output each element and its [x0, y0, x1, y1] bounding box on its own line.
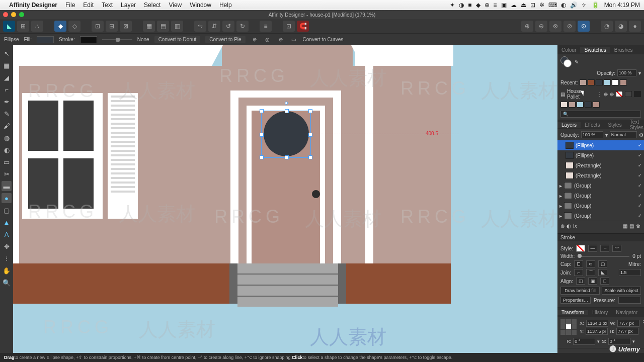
none-swatch[interactable]: [616, 91, 623, 97]
hide-selection-icon[interactable]: ▭: [290, 36, 298, 44]
cap-round-icon[interactable]: ⊂: [586, 260, 595, 267]
text-tool-icon[interactable]: A: [2, 229, 12, 239]
layer-row[interactable]: ▸(Group)✓: [557, 191, 644, 201]
align-center-icon[interactable]: ◫: [576, 278, 585, 285]
tab-swatches[interactable]: Swatches: [580, 47, 610, 53]
align-button[interactable]: ≡: [260, 21, 272, 32]
rotate-ccw-icon[interactable]: ↺: [222, 21, 234, 32]
colour-picker-icon[interactable]: ⁝: [2, 253, 12, 263]
expand-icon[interactable]: ▸: [559, 193, 562, 199]
tab-colour[interactable]: Colour: [557, 47, 580, 53]
snap-button[interactable]: ⊟: [106, 21, 118, 32]
transform-mode-icon[interactable]: ◎: [264, 36, 272, 44]
menu-help[interactable]: Help: [219, 2, 232, 9]
tray-icon[interactable]: ▣: [501, 2, 507, 9]
layer-row[interactable]: ▸(Group)✓: [557, 180, 644, 191]
dropdown-icon[interactable]: ▾: [638, 70, 641, 76]
tray-icon[interactable]: ⏏: [521, 2, 526, 9]
convert-pie-button[interactable]: Convert to Pie: [205, 36, 245, 43]
flip-v-icon[interactable]: ⇵: [208, 21, 220, 32]
visibility-checkbox[interactable]: ✓: [638, 173, 642, 178]
recent-swatch[interactable]: [620, 79, 627, 85]
palette-icon[interactable]: ▤: [560, 92, 565, 97]
boolean-intersect-icon[interactable]: ⊗: [549, 21, 561, 32]
eyedropper-icon[interactable]: ✎: [575, 59, 579, 65]
window-zoom-button[interactable]: [19, 12, 24, 17]
stroke-width-slider[interactable]: [102, 39, 132, 40]
stroke-dash-icon[interactable]: ┄: [600, 245, 609, 252]
stroke-swatch[interactable]: [80, 36, 97, 43]
tab-effects[interactable]: Effects: [581, 122, 604, 128]
rotate-cw-icon[interactable]: ↻: [236, 21, 249, 32]
menu-select[interactable]: Select: [144, 2, 160, 9]
menu-layer[interactable]: Layer: [121, 2, 136, 9]
corner-tool-icon[interactable]: ⌐: [2, 84, 12, 95]
persona-export-icon[interactable]: ∴: [31, 21, 43, 32]
persona-designer-icon[interactable]: ◣: [3, 21, 15, 32]
pressure-curve[interactable]: [618, 297, 641, 304]
rotation-handle[interactable]: [285, 102, 288, 105]
x-input[interactable]: [586, 320, 608, 327]
menu-text[interactable]: Text: [102, 2, 113, 9]
corner-icon[interactable]: ●: [629, 21, 641, 32]
join-round-icon[interactable]: ⌒: [586, 269, 595, 276]
rectangle-tool-icon[interactable]: ▬: [2, 181, 12, 191]
palette-opts-icon[interactable]: ⊚: [604, 92, 608, 97]
layer-adjust-icon[interactable]: fx: [573, 223, 577, 229]
arrange-button[interactable]: ▤: [157, 21, 169, 32]
join-bevel-icon[interactable]: ◣: [598, 269, 607, 276]
visibility-checkbox[interactable]: ✓: [638, 193, 642, 198]
tray-icon[interactable]: ⊕: [485, 2, 490, 9]
join-mitre-icon[interactable]: ⌐: [574, 269, 583, 276]
persona-pixel-icon[interactable]: ⊞: [17, 21, 29, 32]
scale-with-object-button[interactable]: Scale with object: [602, 287, 641, 295]
transform-origin-icon[interactable]: ⊕: [251, 36, 259, 44]
tray-icon[interactable]: ᯤ: [582, 2, 588, 9]
boolean-divide-icon[interactable]: ⊘: [564, 21, 576, 32]
visibility-checkbox[interactable]: ✓: [638, 183, 642, 188]
window-minimize-button[interactable]: [11, 12, 16, 17]
shear-input[interactable]: [608, 338, 630, 345]
fill-tool-icon[interactable]: ◍: [2, 133, 12, 143]
tab-history[interactable]: History: [588, 310, 612, 315]
opacity-input[interactable]: [617, 69, 636, 76]
menu-edit[interactable]: Edit: [83, 2, 94, 9]
add-layer-icon[interactable]: ▤: [629, 223, 634, 229]
expand-icon[interactable]: ▸: [559, 183, 562, 189]
menu-view[interactable]: View: [169, 2, 182, 9]
h-input[interactable]: [616, 328, 638, 335]
visibility-checkbox[interactable]: ✓: [638, 163, 642, 168]
palette-swatch[interactable]: [560, 102, 568, 108]
ellipse-tool-icon[interactable]: ●: [2, 193, 12, 203]
visibility-checkbox[interactable]: ✓: [638, 213, 642, 218]
palette-swatch[interactable]: [577, 102, 584, 108]
pencil-tool-icon[interactable]: ✎: [2, 109, 12, 119]
flip-h-icon[interactable]: ⇋: [194, 21, 206, 32]
palette-swatch[interactable]: [569, 102, 576, 108]
tray-icon[interactable]: ◆: [476, 2, 480, 9]
layer-row[interactable]: (Rectangle)✓: [557, 160, 644, 170]
add-layer-icon[interactable]: ▦: [623, 223, 627, 229]
expand-icon[interactable]: ▸: [559, 203, 562, 209]
palette-menu-icon[interactable]: ⋮: [597, 92, 602, 97]
stroke-brush-icon[interactable]: 〰: [612, 245, 621, 252]
stroke-solid-icon[interactable]: ―: [588, 245, 597, 252]
draw-behind-button[interactable]: Draw behind fill: [560, 287, 600, 295]
corner-icon[interactable]: ◔: [601, 21, 613, 32]
snap-button[interactable]: ⊡: [92, 21, 104, 32]
tray-icon[interactable]: ⌨: [548, 2, 557, 9]
swatch[interactable]: [625, 91, 632, 97]
align-outside-icon[interactable]: □: [600, 278, 609, 285]
layer-row[interactable]: (Rectangle)✓: [557, 170, 644, 180]
menu-window[interactable]: Window: [190, 2, 211, 9]
recent-swatch[interactable]: [604, 79, 611, 85]
tray-icon[interactable]: ≡: [494, 2, 497, 9]
convert-donut-button[interactable]: Convert to Donut: [154, 36, 201, 43]
tab-transform[interactable]: Transform: [557, 310, 588, 315]
pen-tool-icon[interactable]: ✒: [2, 97, 12, 107]
boolean-combine-icon[interactable]: ⊙: [578, 21, 590, 32]
toolbar-button[interactable]: ◆: [54, 21, 66, 32]
zoom-tool-icon[interactable]: 🔍: [2, 278, 12, 288]
tab-brushes[interactable]: Brushes: [610, 47, 637, 53]
boolean-subtract-icon[interactable]: ⊖: [535, 21, 547, 32]
